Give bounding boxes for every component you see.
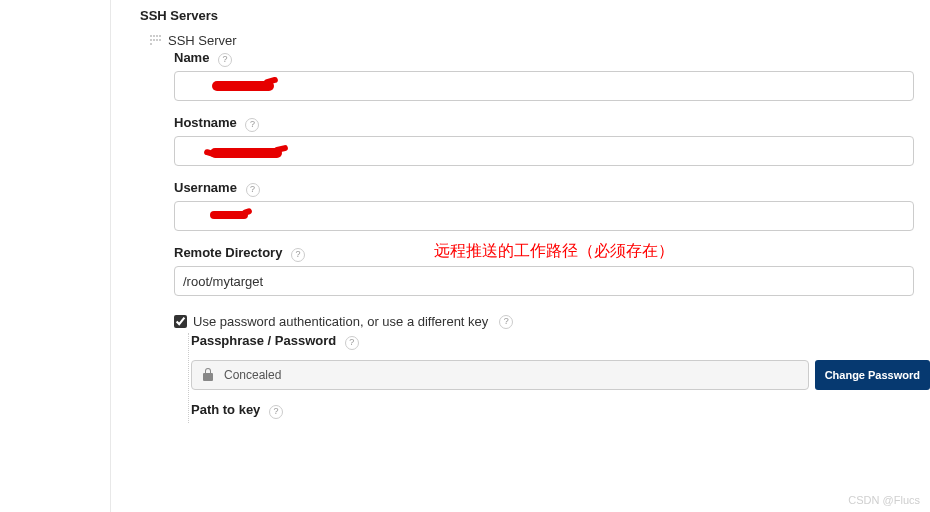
annotation-text: 远程推送的工作路径（必须存在） (434, 241, 674, 262)
watermark: CSDN @Flucs (848, 494, 920, 506)
remote-directory-input[interactable] (174, 266, 914, 296)
redaction-mark (210, 211, 248, 219)
help-icon[interactable]: ? (291, 248, 305, 262)
help-icon[interactable]: ? (245, 118, 259, 132)
lock-icon (200, 367, 216, 383)
name-input[interactable] (174, 71, 914, 101)
help-icon[interactable]: ? (499, 315, 513, 329)
help-icon[interactable]: ? (246, 183, 260, 197)
redaction-mark (210, 148, 282, 158)
concealed-password-box: Concealed (191, 360, 809, 390)
section-title: SSH Servers (140, 8, 930, 23)
help-icon[interactable]: ? (218, 53, 232, 67)
drag-handle-icon[interactable] (150, 35, 162, 47)
name-label: Name (174, 50, 209, 65)
change-password-button[interactable]: Change Password (815, 360, 930, 390)
help-icon[interactable]: ? (345, 336, 359, 350)
remote-directory-label: Remote Directory (174, 245, 282, 260)
hostname-label: Hostname (174, 115, 237, 130)
passphrase-label: Passphrase / Password (191, 333, 336, 348)
redaction-mark (212, 81, 274, 91)
concealed-text: Concealed (224, 368, 281, 382)
username-input[interactable] (174, 201, 914, 231)
help-icon[interactable]: ? (269, 405, 283, 419)
use-password-auth-checkbox[interactable] (174, 315, 187, 328)
use-password-auth-label: Use password authentication, or use a di… (193, 314, 488, 329)
path-to-key-label: Path to key (191, 402, 260, 417)
server-item-label: SSH Server (168, 33, 237, 48)
username-label: Username (174, 180, 237, 195)
